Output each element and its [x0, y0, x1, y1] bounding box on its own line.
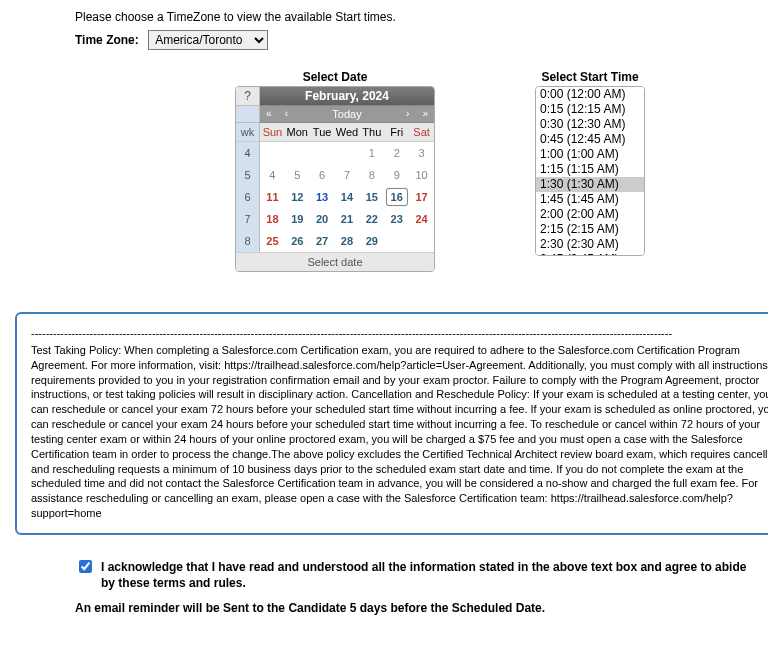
calendar-nav-spacer	[236, 106, 260, 123]
timezone-row: Time Zone: America/Toronto	[75, 30, 748, 50]
calendar-head-sun: Sun	[260, 123, 285, 142]
time-option[interactable]: 0:15 (12:15 AM)	[536, 102, 644, 117]
calendar-day	[409, 230, 434, 252]
calendar-day	[310, 142, 335, 164]
calendar-week-num: 5	[236, 164, 260, 186]
calendar-last-button[interactable]: »	[416, 106, 434, 123]
policy-text: Test Taking Policy: When completing a Sa…	[31, 343, 768, 521]
calendar-day: 10	[409, 164, 434, 186]
ack-checkbox[interactable]	[79, 560, 92, 573]
calendar-head-wed: Wed	[335, 123, 360, 142]
time-option[interactable]: 2:45 (2:45 AM)	[536, 252, 644, 256]
calendar-prev-button[interactable]: ‹	[278, 106, 296, 123]
calendar-next-button[interactable]: ›	[399, 106, 417, 123]
calendar-day	[285, 142, 310, 164]
calendar-week-num: 7	[236, 208, 260, 230]
calendar: ? February, 2024 « ‹ Today › » wk Sun Mo…	[235, 86, 435, 272]
time-option[interactable]: 2:15 (2:15 AM)	[536, 222, 644, 237]
policy-divider: ----------------------------------------…	[31, 326, 768, 341]
time-option[interactable]: 0:30 (12:30 AM)	[536, 117, 644, 132]
calendar-head-fri: Fri	[384, 123, 409, 142]
calendar-footer: Select date	[236, 252, 434, 271]
calendar-head-sat: Sat	[409, 123, 434, 142]
calendar-day[interactable]: 24	[409, 208, 434, 230]
calendar-day[interactable]: 17	[409, 186, 434, 208]
calendar-week-num: 8	[236, 230, 260, 252]
calendar-day[interactable]: 13	[310, 186, 335, 208]
calendar-day[interactable]: 29	[359, 230, 384, 252]
calendar-day: 5	[285, 164, 310, 186]
calendar-month-label: February, 2024	[260, 87, 434, 106]
calendar-help-button[interactable]: ?	[236, 87, 260, 106]
time-option[interactable]: 2:30 (2:30 AM)	[536, 237, 644, 252]
calendar-day[interactable]: 19	[285, 208, 310, 230]
calendar-day[interactable]: 21	[335, 208, 360, 230]
select-date-title: Select Date	[235, 70, 435, 84]
calendar-day[interactable]: 25	[260, 230, 285, 252]
time-option-selected[interactable]: 1:30 (1:30 AM)	[536, 177, 644, 192]
calendar-day: 2	[384, 142, 409, 164]
calendar-head-tue: Tue	[310, 123, 335, 142]
calendar-day[interactable]: 23	[384, 208, 409, 230]
calendar-day[interactable]: 28	[335, 230, 360, 252]
time-option[interactable]: 1:45 (1:45 AM)	[536, 192, 644, 207]
calendar-today-button[interactable]: Today	[295, 106, 399, 123]
calendar-day[interactable]: 15	[359, 186, 384, 208]
time-option[interactable]: 0:00 (12:00 AM)	[536, 87, 644, 102]
calendar-day[interactable]: 26	[285, 230, 310, 252]
calendar-day: 1	[359, 142, 384, 164]
calendar-day[interactable]: 22	[359, 208, 384, 230]
reminder-text: An email reminder will be Sent to the Ca…	[75, 601, 748, 615]
calendar-first-button[interactable]: «	[260, 106, 278, 123]
calendar-day[interactable]: 12	[285, 186, 310, 208]
calendar-head-mon: Mon	[285, 123, 310, 142]
timezone-label: Time Zone:	[75, 33, 139, 47]
timezone-select[interactable]: America/Toronto	[148, 30, 268, 50]
calendar-head-thu: Thu	[359, 123, 384, 142]
time-listbox[interactable]: 0:00 (12:00 AM) 0:15 (12:15 AM) 0:30 (12…	[535, 86, 645, 256]
calendar-day: 8	[359, 164, 384, 186]
calendar-day: 4	[260, 164, 285, 186]
calendar-week-num: 6	[236, 186, 260, 208]
calendar-day[interactable]: 11	[260, 186, 285, 208]
calendar-week-num: 4	[236, 142, 260, 164]
calendar-head-wk: wk	[236, 123, 260, 142]
select-time-title: Select Start Time	[535, 70, 645, 84]
policy-box: ----------------------------------------…	[15, 312, 768, 535]
calendar-day	[260, 142, 285, 164]
calendar-day	[384, 230, 409, 252]
calendar-day: 9	[384, 164, 409, 186]
calendar-day[interactable]: 14	[335, 186, 360, 208]
ack-label: I acknowledge that I have read and under…	[101, 559, 748, 591]
calendar-day[interactable]: 20	[310, 208, 335, 230]
time-option[interactable]: 0:45 (12:45 AM)	[536, 132, 644, 147]
time-option[interactable]: 1:00 (1:00 AM)	[536, 147, 644, 162]
calendar-day-today[interactable]: 16	[384, 186, 409, 208]
time-option[interactable]: 2:00 (2:00 AM)	[536, 207, 644, 222]
calendar-day: 7	[335, 164, 360, 186]
time-option[interactable]: 1:15 (1:15 AM)	[536, 162, 644, 177]
calendar-day[interactable]: 27	[310, 230, 335, 252]
calendar-day: 3	[409, 142, 434, 164]
instruction-text: Please choose a TimeZone to view the ava…	[75, 10, 748, 24]
calendar-day: 6	[310, 164, 335, 186]
calendar-day[interactable]: 18	[260, 208, 285, 230]
calendar-day	[335, 142, 360, 164]
